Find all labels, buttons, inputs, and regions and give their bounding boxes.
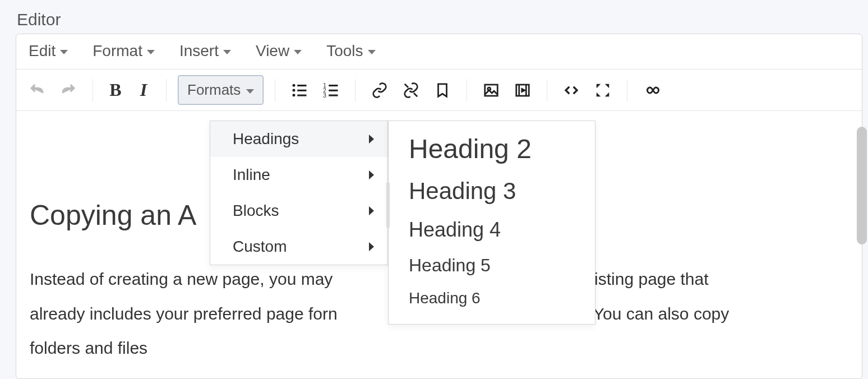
- bold-button[interactable]: B: [104, 80, 127, 100]
- headings-submenu: Heading 2 Heading 3 Heading 4 Heading 5 …: [388, 121, 595, 325]
- menu-item-label: Inline: [233, 166, 270, 184]
- menubar: Edit Format Insert View Tools: [16, 34, 862, 70]
- separator: [355, 79, 355, 101]
- svg-rect-14: [485, 85, 498, 96]
- menu-item-label: Custom: [233, 238, 287, 256]
- image-icon: [483, 82, 500, 99]
- formats-menu-inline[interactable]: Inline: [210, 157, 387, 193]
- svg-line-13: [414, 93, 417, 96]
- separator: [547, 79, 547, 101]
- caret-down-icon: [294, 50, 302, 54]
- menu-edit[interactable]: Edit: [29, 42, 68, 60]
- caret-right-icon: [369, 135, 374, 144]
- heading-5-option[interactable]: Heading 5: [389, 248, 595, 283]
- numbered-list-button[interactable]: 123: [318, 77, 344, 103]
- heading-4-option[interactable]: Heading 4: [389, 211, 595, 248]
- bullet-list-button[interactable]: [287, 77, 312, 103]
- bullet-list-icon: [291, 82, 308, 99]
- caret-down-icon: [147, 50, 155, 54]
- menu-item-label: Headings: [233, 130, 299, 148]
- formats-menu: Headings Inline Blocks Custom: [210, 121, 388, 265]
- menu-format-label: Format: [93, 42, 142, 60]
- svg-rect-9: [329, 85, 338, 86]
- separator: [627, 79, 627, 101]
- svg-marker-20: [597, 84, 601, 88]
- svg-marker-22: [597, 92, 601, 96]
- menu-tools-label: Tools: [326, 42, 363, 60]
- italic-button[interactable]: I: [132, 80, 155, 100]
- svg-rect-4: [298, 89, 307, 91]
- svg-rect-3: [298, 85, 307, 86]
- menu-tools[interactable]: Tools: [326, 42, 375, 60]
- separator: [166, 79, 167, 101]
- separator: [467, 79, 467, 101]
- formats-menu-headings[interactable]: Headings: [210, 121, 387, 157]
- redo-icon: [60, 82, 77, 99]
- image-button[interactable]: [478, 77, 504, 103]
- svg-marker-21: [605, 84, 610, 88]
- caret-down-icon: [368, 50, 376, 54]
- unlink-icon: [403, 82, 419, 99]
- scrollbar-thumb[interactable]: [857, 127, 867, 244]
- separator: [275, 79, 275, 101]
- svg-rect-10: [329, 89, 338, 91]
- fullscreen-button[interactable]: [590, 77, 616, 103]
- code-button[interactable]: [558, 77, 584, 103]
- svg-text:3: 3: [324, 92, 327, 98]
- heading-6-option[interactable]: Heading 6: [389, 283, 595, 314]
- menu-view-label: View: [256, 42, 289, 60]
- unlink-button[interactable]: [398, 77, 424, 103]
- formats-menu-custom[interactable]: Custom: [210, 229, 387, 265]
- svg-point-0: [293, 84, 296, 86]
- numbered-list-icon: 123: [322, 82, 339, 99]
- caret-down-icon: [246, 89, 254, 94]
- heading-3-option[interactable]: Heading 3: [389, 171, 595, 211]
- caret-right-icon: [369, 206, 374, 215]
- formats-dropdown-button[interactable]: Formats: [178, 75, 264, 105]
- menu-insert[interactable]: Insert: [179, 42, 231, 60]
- menu-edit-label: Edit: [29, 42, 56, 60]
- link-button[interactable]: [367, 77, 393, 103]
- infinity-icon: [643, 82, 660, 99]
- infinity-button[interactable]: [639, 77, 664, 103]
- undo-icon: [29, 82, 45, 99]
- video-button[interactable]: [510, 77, 535, 103]
- svg-point-1: [293, 89, 296, 91]
- menu-item-label: Blocks: [233, 202, 279, 220]
- fullscreen-icon: [594, 82, 611, 99]
- menu-insert-label: Insert: [179, 42, 219, 60]
- redo-button[interactable]: [56, 77, 81, 103]
- video-icon: [514, 82, 531, 99]
- editor-label: Editor: [17, 10, 61, 29]
- caret-right-icon: [369, 242, 374, 251]
- svg-point-2: [293, 94, 296, 96]
- svg-rect-11: [329, 94, 338, 96]
- svg-marker-23: [605, 92, 610, 96]
- code-icon: [563, 82, 580, 99]
- separator: [93, 79, 93, 101]
- caret-down-icon: [60, 50, 68, 54]
- menu-format[interactable]: Format: [93, 42, 155, 60]
- bookmark-button[interactable]: [430, 77, 455, 103]
- link-icon: [371, 82, 388, 99]
- menu-view[interactable]: View: [256, 42, 302, 60]
- svg-marker-19: [522, 89, 525, 91]
- caret-down-icon: [223, 50, 231, 54]
- svg-rect-5: [298, 94, 307, 96]
- heading-2-option[interactable]: Heading 2: [389, 127, 595, 171]
- formats-label: Formats: [187, 81, 241, 99]
- undo-button[interactable]: [24, 77, 50, 103]
- bookmark-icon: [434, 82, 451, 99]
- svg-line-12: [405, 84, 408, 87]
- caret-right-icon: [369, 170, 374, 179]
- formats-menu-blocks[interactable]: Blocks: [210, 193, 387, 229]
- toolbar: B I Formats 123: [16, 70, 862, 111]
